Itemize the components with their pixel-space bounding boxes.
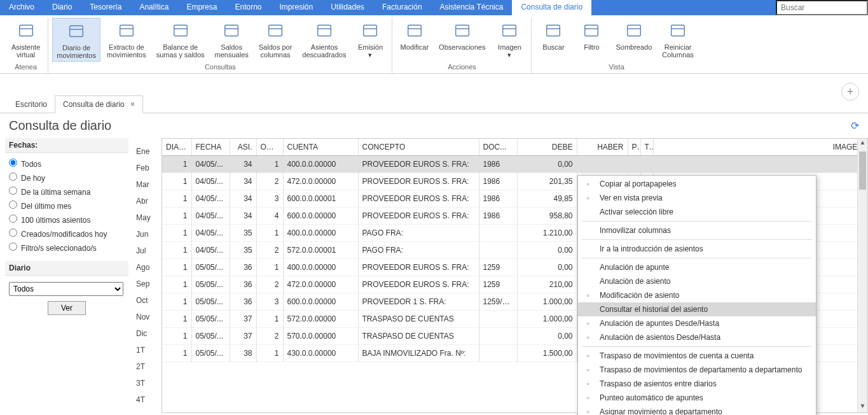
ctx-anulaci-n-de-asiento[interactable]: Anulación de asiento <box>578 274 816 288</box>
month-may[interactable]: May <box>134 209 162 226</box>
col-header[interactable]: CONCEPTO <box>358 139 479 156</box>
tab-escritorio[interactable]: Escritorio <box>8 96 55 113</box>
month-mar[interactable]: Mar <box>134 176 162 193</box>
refresh-icon[interactable]: ⟳ <box>851 120 859 132</box>
fecha-option-3[interactable]: Del último mes <box>5 199 128 213</box>
col-header[interactable]: CUENTA <box>283 139 358 156</box>
radio-input[interactable] <box>9 158 17 167</box>
menu-consulta-de-diario[interactable]: Consulta de diario <box>512 0 591 15</box>
ribbon-saldos-por-columnas[interactable]: Saldos porcolumnas <box>255 18 296 62</box>
fecha-option-4[interactable]: 100 últimos asientos <box>5 213 128 227</box>
ctx-ver-en-vista-previa[interactable]: ▫Ver en vista previa <box>578 191 816 205</box>
fecha-option-2[interactable]: De la última semana <box>5 185 128 199</box>
radio-input[interactable] <box>9 172 17 181</box>
col-header[interactable]: DOC... <box>479 139 517 156</box>
search-input[interactable] <box>776 0 868 15</box>
month-jul[interactable]: Jul <box>134 243 162 259</box>
ctx-punteo-autom-tico-de-apuntes[interactable]: ▫Punteo automático de apuntes <box>578 391 816 405</box>
ribbon-saldos-mensuales[interactable]: Saldosmensuales <box>211 18 252 62</box>
context-menu[interactable]: ▫Copiar al portapapeles▫Ver en vista pre… <box>577 175 816 415</box>
month-sep[interactable]: Sep <box>134 276 162 292</box>
ribbon-buscar-[interactable]: Buscar <box>535 18 571 62</box>
month-4t[interactable]: 4T <box>134 391 162 408</box>
ribbon-extracto-de-movimientos[interactable]: Extracto demovimientos <box>103 18 150 62</box>
menu-tesorería[interactable]: Tesorería <box>81 0 130 15</box>
table-row[interactable]: 104/05/...341400.0.0.00000PROVEEDOR EURO… <box>162 156 867 173</box>
col-header[interactable]: T <box>640 139 653 156</box>
fecha-option-5[interactable]: Creados/modificados hoy <box>5 227 128 241</box>
ctx-anulaci-n-de-asientos-desde-hasta[interactable]: ▫Anulación de asientos Desde/Hasta <box>578 330 816 344</box>
ribbon-modificar-[interactable]: Modificar <box>396 18 432 62</box>
ctx-anulaci-n-de-apuntes-desde-hasta[interactable]: ▫Anulación de apuntes Desde/Hasta <box>578 316 816 330</box>
scroll-up-icon[interactable]: ▲ <box>858 139 867 149</box>
ctx-anulaci-n-de-apunte[interactable]: Anulación de apunte <box>578 260 816 274</box>
ctx-traspaso-de-movimientos-de-cuenta-a-cuenta[interactable]: ▫Traspaso de movimientos de cuenta a cue… <box>578 349 816 363</box>
month-2t[interactable]: 2T <box>134 358 162 375</box>
add-button[interactable]: + <box>841 83 859 101</box>
ctx-activar-selecci-n-libre[interactable]: Activar selección libre <box>578 205 816 219</box>
cell: 04/05/... <box>191 173 230 190</box>
menu-utilidades[interactable]: Utilidades <box>322 0 373 15</box>
radio-input[interactable] <box>9 186 17 195</box>
ribbon-reiniciar-columnas[interactable]: ReiniciarColumnas <box>658 18 698 62</box>
fecha-option-6[interactable]: Filtro/s seleccionado/s <box>5 241 128 255</box>
col-header[interactable]: P <box>628 139 640 156</box>
col-header[interactable]: ASI. <box>230 139 256 156</box>
ribbon-asistente-virtual[interactable]: Asistentevirtual <box>8 18 44 62</box>
col-header[interactable]: DIAR... <box>162 139 191 156</box>
month-abr[interactable]: Abr <box>134 193 162 209</box>
menu-entorno[interactable]: Entorno <box>226 0 270 15</box>
month-jun[interactable]: Jun <box>134 226 162 243</box>
scroll-thumb[interactable] <box>859 151 866 190</box>
ribbon-sombreado-[interactable]: Sombreado <box>612 18 656 62</box>
menu-empresa[interactable]: Empresa <box>177 0 226 15</box>
radio-input[interactable] <box>9 229 17 237</box>
ver-button[interactable]: Ver <box>48 301 86 315</box>
menu-impresión[interactable]: Impresión <box>270 0 322 15</box>
ribbon-imagen-[interactable]: Imagen▾ <box>492 18 527 62</box>
col-header[interactable]: ORD. <box>256 139 283 156</box>
scroll-down-icon[interactable]: ▼ <box>858 402 867 412</box>
diario-select[interactable]: Todos <box>9 282 123 296</box>
menu-asistencia-técnica[interactable]: Asistencia Técnica <box>431 0 513 15</box>
ribbon-balance-de-sumas-y-saldos[interactable]: Balance desumas y saldos <box>153 18 209 62</box>
month-ago[interactable]: Ago <box>134 259 162 276</box>
ribbon-emisi-n-[interactable]: Emisión▾ <box>352 18 388 62</box>
tab-consulta[interactable]: Consulta de diario × <box>55 95 143 113</box>
ctx-consultar-el-historial-del-asiento[interactable]: Consultar el historial del asiento <box>578 302 816 316</box>
radio-input[interactable] <box>9 215 17 223</box>
ctx-asignar-movimiento-a-departamento[interactable]: ▫Asignar movimiento a departamento <box>578 405 816 415</box>
fecha-option-0[interactable]: Todos <box>5 157 128 171</box>
vertical-scrollbar[interactable]: ▲ ▼ <box>857 139 867 412</box>
month-feb[interactable]: Feb <box>134 160 162 176</box>
fecha-option-1[interactable]: De hoy <box>5 171 128 185</box>
menu-facturación[interactable]: Facturación <box>373 0 431 15</box>
month-3t[interactable]: 3T <box>134 375 162 391</box>
ribbon-asientos-descuadrados[interactable]: Asientosdescuadrados <box>298 18 350 62</box>
col-header[interactable]: HABER <box>577 139 628 156</box>
close-icon[interactable]: × <box>130 100 135 109</box>
col-header[interactable]: IMAGEN <box>653 139 867 156</box>
radio-input[interactable] <box>9 243 17 251</box>
col-header[interactable]: FECHA <box>191 139 230 156</box>
ctx-traspaso-de-asientos-entre-diarios[interactable]: ▫Traspaso de asientos entre diarios <box>578 377 816 391</box>
ribbon-filtro-[interactable]: Filtro <box>574 18 609 62</box>
ribbon-diario-de-movimientos[interactable]: Diario demovimientos <box>52 18 100 62</box>
month-ene[interactable]: Ene <box>134 143 162 160</box>
month-1t[interactable]: 1T <box>134 342 162 358</box>
menu-analítica[interactable]: Analítica <box>130 0 177 15</box>
ribbon-observaciones-[interactable]: Observaciones <box>435 18 489 62</box>
menu-diario[interactable]: Diario <box>43 0 81 15</box>
ctx-copiar-al-portapapeles[interactable]: ▫Copiar al portapapeles <box>578 177 816 191</box>
menu-archivo[interactable]: Archivo <box>0 0 43 15</box>
ctx-modificaci-n-de-asiento[interactable]: ▫Modificación de asiento <box>578 288 816 302</box>
month-dic[interactable]: Dic <box>134 325 162 342</box>
col-header[interactable]: DEBE <box>517 139 577 156</box>
ctx-ir-a-la-introducci-n-de-asientos[interactable]: Ir a la introducción de asientos <box>578 242 816 256</box>
radio-input[interactable] <box>9 200 17 209</box>
month-nov[interactable]: Nov <box>134 309 162 325</box>
month-oct[interactable]: Oct <box>134 292 162 309</box>
ctx-traspaso-de-movimientos-de-departamento-a-departamento[interactable]: ▫Traspaso de movimientos de departamento… <box>578 363 816 377</box>
ctx-inmovilizar-columnas[interactable]: Inmovilizar columnas <box>578 223 816 237</box>
cell: 1986 <box>479 190 517 208</box>
